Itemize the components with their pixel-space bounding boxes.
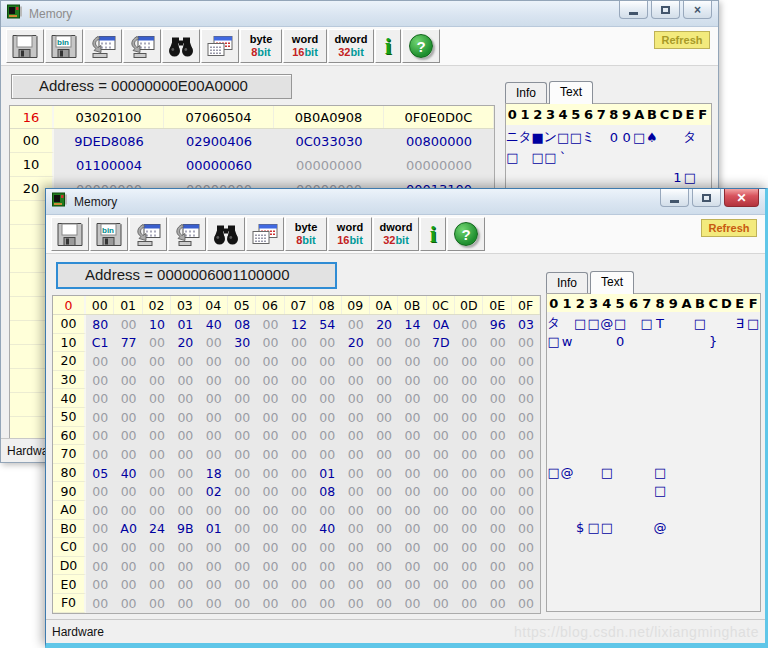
hex-cell[interactable]: 00 — [200, 408, 228, 427]
hex-cell[interactable]: 00 — [370, 594, 398, 613]
hex-cell[interactable]: 00 — [228, 445, 256, 464]
hex-cell[interactable]: 00 — [143, 408, 171, 427]
hex-cell[interactable]: 00 — [342, 482, 370, 501]
load-memory-button[interactable] — [84, 29, 122, 63]
hex-cell[interactable]: 03 — [512, 315, 540, 334]
hex-cell[interactable]: 00 — [200, 557, 228, 576]
hex-cell[interactable]: 00 — [285, 501, 313, 520]
hex-cell[interactable]: 00 — [86, 520, 114, 539]
hex-cell[interactable]: 00 — [228, 371, 256, 390]
hex-cell[interactable]: 00 — [256, 352, 284, 371]
hex-cell[interactable]: 00 — [171, 352, 199, 371]
hex-cell[interactable]: 80 — [86, 315, 114, 334]
hex-cell[interactable]: 00 — [370, 371, 398, 390]
hex-cell[interactable]: 00 — [256, 575, 284, 594]
hex-cell[interactable]: 40 — [200, 315, 228, 334]
word-view-button[interactable]: word 16bit — [283, 29, 327, 63]
hex-cell[interactable]: 00 — [398, 538, 426, 557]
hex-cell[interactable]: 00 — [483, 538, 511, 557]
hex-cell[interactable]: 00 — [171, 408, 199, 427]
hex-cell[interactable]: 00 — [512, 594, 540, 613]
hex-cell[interactable]: 00 — [455, 371, 483, 390]
hex-cell[interactable]: 00 — [114, 445, 142, 464]
hex-cell[interactable]: 00 — [512, 520, 540, 539]
hex-cell[interactable]: 00 — [200, 594, 228, 613]
hex-cell[interactable]: 00 — [342, 315, 370, 334]
hex-cell[interactable]: 00 — [483, 352, 511, 371]
hex-cell[interactable]: 00 — [114, 501, 142, 520]
hex-cell[interactable]: 00 — [455, 352, 483, 371]
help-button[interactable]: ? — [402, 29, 440, 63]
hex-cell[interactable]: 54 — [313, 315, 341, 334]
save-button[interactable] — [6, 29, 44, 63]
hex-cell[interactable]: 00 — [370, 575, 398, 594]
hex-cell[interactable]: 00 — [512, 408, 540, 427]
hex-cell[interactable]: 00 — [512, 575, 540, 594]
hex-cell[interactable]: 00 — [143, 557, 171, 576]
hex-cell[interactable]: 00 — [483, 482, 511, 501]
hex-cell[interactable]: 00 — [313, 575, 341, 594]
hex-cell[interactable]: 00 — [455, 520, 483, 539]
hex-cell[interactable]: 00 — [285, 594, 313, 613]
hex-cell[interactable]: 0C033030 — [274, 129, 384, 153]
hex-cell[interactable]: 00 — [427, 501, 455, 520]
hex-cell[interactable]: 00 — [114, 427, 142, 446]
refresh-button[interactable]: Refresh — [701, 219, 757, 237]
hex-cell[interactable]: 00 — [483, 594, 511, 613]
hex-cell[interactable]: 00 — [86, 445, 114, 464]
hex-cell[interactable]: 00 — [370, 427, 398, 446]
hex-cell[interactable]: 00 — [285, 371, 313, 390]
hex-cell[interactable]: 77 — [114, 334, 142, 353]
hex-cell[interactable]: 00 — [114, 389, 142, 408]
hex-cell[interactable]: 00 — [370, 482, 398, 501]
hex-cell[interactable]: 00 — [228, 538, 256, 557]
hex-cell[interactable]: 00 — [483, 557, 511, 576]
hex-cell[interactable]: A0 — [114, 520, 142, 539]
byte-view-button[interactable]: byte 8bit — [240, 29, 282, 63]
hex-cell[interactable]: 00 — [398, 501, 426, 520]
hex-cell[interactable]: 00 — [313, 389, 341, 408]
hex-cell[interactable]: 00 — [512, 464, 540, 483]
hex-cell[interactable]: 00 — [483, 520, 511, 539]
hex-cell[interactable]: 00 — [143, 594, 171, 613]
hex-cell[interactable]: 00 — [483, 389, 511, 408]
hex-cell[interactable]: 00 — [342, 445, 370, 464]
hex-cell[interactable]: 00 — [483, 371, 511, 390]
hex-cell[interactable]: 00 — [370, 520, 398, 539]
hex-cell[interactable]: 00 — [427, 408, 455, 427]
hex-cell[interactable]: 00 — [313, 352, 341, 371]
hex-cell[interactable]: 00 — [398, 482, 426, 501]
hex-cell[interactable]: 00 — [200, 334, 228, 353]
hex-cell[interactable]: 00 — [171, 371, 199, 390]
maximize-button[interactable] — [651, 1, 680, 19]
hex-cell[interactable]: 00 — [256, 482, 284, 501]
hex-cell[interactable]: 00 — [483, 334, 511, 353]
hex-cell[interactable]: 00 — [86, 352, 114, 371]
hex-cell[interactable]: 00 — [455, 501, 483, 520]
info-button[interactable]: i — [375, 29, 401, 63]
hex-cell[interactable]: 00 — [342, 575, 370, 594]
hex-cell[interactable]: 00 — [114, 482, 142, 501]
hex-cell[interactable]: 00 — [512, 334, 540, 353]
save-bin-button[interactable]: bin — [45, 29, 83, 63]
hex-cell[interactable]: 96 — [483, 315, 511, 334]
hex-cell[interactable]: 01 — [200, 520, 228, 539]
hex-cell[interactable]: 00 — [285, 445, 313, 464]
hex-cell[interactable]: 00 — [455, 464, 483, 483]
hex-cell[interactable]: 00 — [512, 445, 540, 464]
hex-cell[interactable]: 00 — [228, 464, 256, 483]
hex-cell[interactable]: 00 — [228, 520, 256, 539]
hex-cell[interactable]: 00 — [512, 557, 540, 576]
tab-text[interactable]: Text — [549, 81, 593, 104]
hex-cell[interactable]: 00 — [228, 501, 256, 520]
hex-cell[interactable]: 00 — [370, 408, 398, 427]
hex-cell[interactable]: 00 — [370, 557, 398, 576]
save-button[interactable] — [51, 217, 89, 251]
hex-cell[interactable]: 00 — [256, 371, 284, 390]
hex-cell[interactable]: 00 — [86, 538, 114, 557]
hex-cell[interactable]: 00 — [427, 482, 455, 501]
hex-cell[interactable]: 20 — [370, 315, 398, 334]
maximize-button[interactable] — [692, 189, 721, 207]
hex-cell[interactable]: 00 — [228, 594, 256, 613]
hex-cell[interactable]: 00 — [143, 371, 171, 390]
